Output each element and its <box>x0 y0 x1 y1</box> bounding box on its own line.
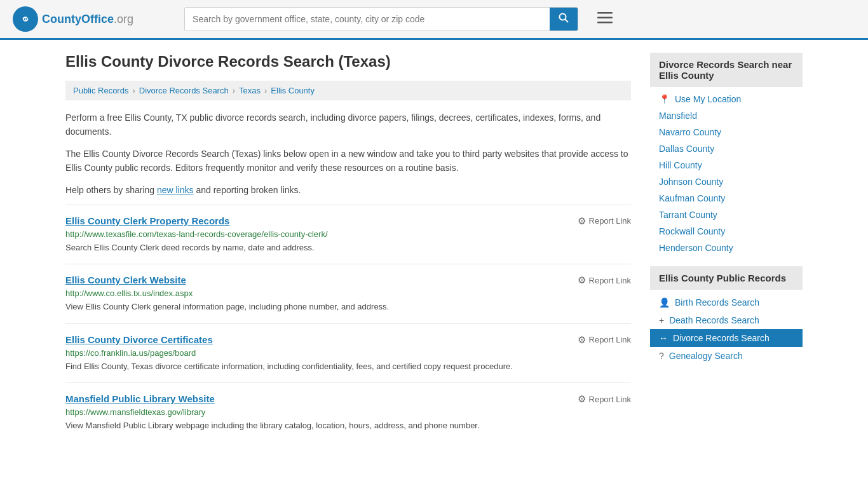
public-records-links: 👤 Birth Records Search+ Death Records Se… <box>650 294 803 365</box>
public-records-link-2[interactable]: ↔ Divorce Records Search <box>650 329 803 347</box>
description-3-post: and reporting broken links. <box>194 185 301 195</box>
record-item: Mansfield Public Library Website ⚙ Repor… <box>65 383 631 442</box>
report-link-0[interactable]: ⚙ Report Link <box>578 215 631 227</box>
report-icon-3: ⚙ <box>578 393 586 405</box>
sidebar: Divorce Records Search near Ellis County… <box>650 53 803 442</box>
record-title-0[interactable]: Ellis County Clerk Property Records <box>65 215 229 226</box>
site-header: CountyOffice.org <box>0 0 868 40</box>
nearby-link-7[interactable]: Rockwall County <box>650 223 803 240</box>
svg-rect-6 <box>597 22 613 24</box>
report-link-1[interactable]: ⚙ Report Link <box>578 274 631 286</box>
menu-button[interactable] <box>597 11 613 27</box>
logo-text: CountyOffice.org <box>42 13 133 26</box>
logo-link[interactable]: CountyOffice.org <box>13 6 133 32</box>
record-desc-2: Find Ellis County, Texas divorce certifi… <box>65 360 631 373</box>
record-header-3: Mansfield Public Library Website ⚙ Repor… <box>65 393 631 405</box>
description-2: The Ellis County Divorce Records Search … <box>65 147 631 175</box>
public-records-link-0[interactable]: 👤 Birth Records Search <box>650 294 803 311</box>
public-records-section-title: Ellis County Public Records <box>650 266 803 290</box>
record-desc-1: View Ellis County Clerk general informat… <box>65 301 631 313</box>
nearby-link-4[interactable]: Johnson County <box>650 173 803 190</box>
breadcrumb-texas[interactable]: Texas <box>239 86 261 95</box>
record-item: Ellis County Divorce Certificates ⚙ Repo… <box>65 323 631 383</box>
breadcrumb-sep-1: › <box>132 86 135 95</box>
breadcrumb-sep-2: › <box>233 86 235 95</box>
record-url-2[interactable]: https://co.franklin.ia.us/pages/board <box>65 348 631 358</box>
record-header-2: Ellis County Divorce Certificates ⚙ Repo… <box>65 334 631 346</box>
report-link-2[interactable]: ⚙ Report Link <box>578 334 631 346</box>
use-my-location[interactable]: 📍 Use My Location <box>650 91 803 107</box>
svg-point-2 <box>560 14 566 20</box>
breadcrumb-sep-3: › <box>264 86 267 95</box>
record-url-3[interactable]: https://www.mansfieldtexas.gov/library <box>65 407 631 417</box>
record-item: Ellis County Clerk Property Records ⚙ Re… <box>65 205 631 264</box>
public-records-link-1[interactable]: + Death Records Search <box>650 311 803 329</box>
nearby-link-0[interactable]: Mansfield <box>650 107 803 124</box>
breadcrumb-divorce-records[interactable]: Divorce Records Search <box>139 86 229 95</box>
nearby-link-3[interactable]: Hill County <box>650 157 803 173</box>
record-item: Ellis County Clerk Website ⚙ Report Link… <box>65 264 631 323</box>
nearby-link-5[interactable]: Kaufman County <box>650 190 803 207</box>
report-icon-0: ⚙ <box>578 215 586 227</box>
search-input[interactable] <box>185 8 550 30</box>
report-icon-2: ⚙ <box>578 334 586 346</box>
breadcrumb: Public Records › Divorce Records Search … <box>65 81 631 100</box>
description-3-pre: Help others by sharing <box>65 185 157 195</box>
nearby-link-6[interactable]: Tarrant County <box>650 207 803 223</box>
public-records-icon-0: 👤 <box>659 297 670 308</box>
svg-rect-5 <box>597 17 613 19</box>
records-list: Ellis County Clerk Property Records ⚙ Re… <box>65 205 631 442</box>
new-links-link[interactable]: new links <box>157 185 194 195</box>
breadcrumb-public-records[interactable]: Public Records <box>73 86 128 95</box>
record-title-2[interactable]: Ellis County Divorce Certificates <box>65 334 213 345</box>
report-link-3[interactable]: ⚙ Report Link <box>578 393 631 405</box>
svg-rect-4 <box>597 12 613 14</box>
record-header-1: Ellis County Clerk Website ⚙ Report Link <box>65 274 631 286</box>
public-records-icon-3: ? <box>659 351 664 361</box>
nearby-link-1[interactable]: Navarro County <box>650 124 803 140</box>
public-records-icon-2: ↔ <box>659 333 668 343</box>
record-url-0[interactable]: http://www.texasfile.com/texas-land-reco… <box>65 229 631 239</box>
record-desc-0: Search Ellis County Clerk deed records b… <box>65 241 631 254</box>
search-button[interactable] <box>550 8 578 30</box>
description-1: Perform a free Ellis County, TX public d… <box>65 111 631 139</box>
record-desc-3: View Mansfield Public Library webpage in… <box>65 419 631 432</box>
nearby-links: 📍 Use My Location MansfieldNavarro Count… <box>650 91 803 256</box>
record-url-1[interactable]: http://www.co.ellis.tx.us/index.aspx <box>65 288 631 298</box>
nearby-link-2[interactable]: Dallas County <box>650 140 803 157</box>
content-area: Ellis County Divorce Records Search (Tex… <box>65 53 631 442</box>
search-bar <box>184 7 578 31</box>
page-title: Ellis County Divorce Records Search (Tex… <box>65 53 631 71</box>
nearby-section-title: Divorce Records Search near Ellis County <box>650 53 803 87</box>
report-icon-1: ⚙ <box>578 274 586 286</box>
record-header-0: Ellis County Clerk Property Records ⚙ Re… <box>65 215 631 227</box>
record-title-1[interactable]: Ellis County Clerk Website <box>65 274 186 285</box>
public-records-icon-1: + <box>659 315 664 325</box>
description-3: Help others by sharing new links and rep… <box>65 183 631 197</box>
logo-icon <box>13 6 38 32</box>
location-icon: 📍 <box>659 94 670 104</box>
svg-line-3 <box>566 20 569 23</box>
record-title-3[interactable]: Mansfield Public Library Website <box>65 393 215 404</box>
main-container: Ellis County Divorce Records Search (Tex… <box>53 40 815 455</box>
breadcrumb-ellis-county[interactable]: Ellis County <box>271 86 315 95</box>
nearby-link-8[interactable]: Henderson County <box>650 240 803 256</box>
public-records-link-3[interactable]: ? Genealogy Search <box>650 347 803 365</box>
